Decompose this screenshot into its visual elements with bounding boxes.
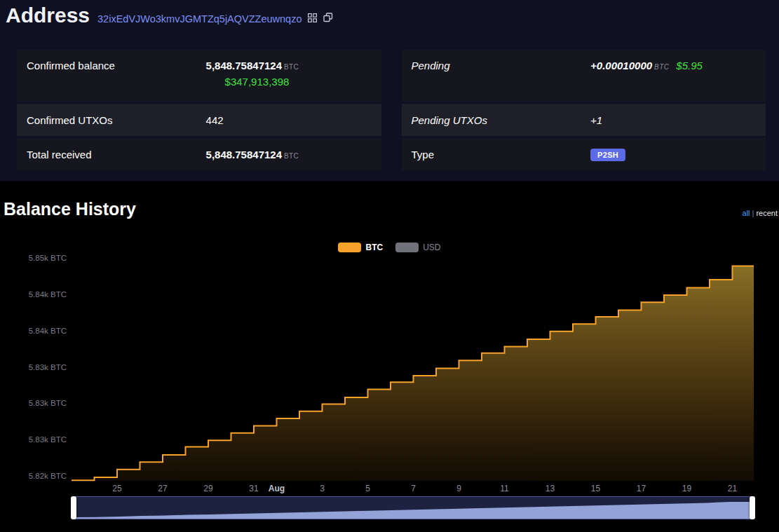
y-tick-label: 5.83k BTC — [29, 435, 67, 444]
stat-value: +1 — [590, 114, 756, 126]
stat-row-confirmed-utxos: Confirmed UTXOs 442 — [17, 104, 381, 136]
range-all-link[interactable]: all — [743, 209, 750, 217]
stats-left-column: Confirmed balance 5,848.75847124BTC $347… — [17, 50, 381, 170]
stat-label: Pending UTXOs — [412, 114, 591, 126]
utxo-count: 442 — [206, 114, 224, 126]
stat-value: 442 — [206, 114, 372, 126]
section-title: Balance History — [4, 199, 136, 219]
range-separator: | — [752, 209, 754, 217]
x-tick-label: 3 — [320, 484, 325, 493]
btc-amount: 5,848.75847124 — [206, 60, 282, 71]
btc-unit: BTC — [654, 63, 669, 71]
address-explorer-page: Address 32ixEdVJWo3kmvJGMTZq5jAQVZZeuwnq… — [0, 0, 779, 532]
stat-label: Type — [412, 149, 591, 161]
y-tick-label: 5.83k BTC — [29, 363, 67, 371]
stat-label: Total received — [27, 149, 206, 161]
range-recent-link[interactable]: recent — [756, 209, 778, 217]
fiat-value: $5.95 — [676, 60, 703, 71]
x-tick-label: 29 — [203, 484, 213, 493]
balance-history-section: Balance History all|recent BTC USD 5.82k… — [0, 181, 779, 532]
stat-row-total-received: Total received 5,848.75847124BTC — [17, 138, 381, 170]
btc-amount: 5,848.75847124 — [206, 149, 282, 161]
address-type-badge[interactable]: P2SH — [590, 149, 625, 161]
x-tick-label: 5 — [365, 484, 370, 493]
chart-range-slider[interactable] — [73, 496, 753, 519]
y-tick-label: 5.83k BTC — [29, 399, 67, 407]
qr-grid-icon[interactable] — [308, 13, 317, 25]
x-tick-label: Aug — [269, 484, 285, 493]
page-header: Address 32ixEdVJWo3kmvJGMTZq5jAQVZZeuwnq… — [0, 0, 779, 31]
y-tick-label: 5.85k BTC — [29, 254, 67, 262]
stat-row-confirmed-balance: Confirmed balance 5,848.75847124BTC $347… — [17, 50, 381, 102]
x-tick-label: 17 — [637, 484, 646, 493]
x-tick-label: 13 — [546, 484, 555, 493]
stat-row-type: Type P2SH — [402, 138, 766, 170]
stat-label: Confirmed balance — [27, 60, 206, 71]
y-tick-label: 5.84k BTC — [29, 290, 67, 299]
fiat-value: $347,913,398 — [225, 76, 372, 88]
slider-data-shadow — [74, 497, 752, 519]
address-link[interactable]: 32ixEdVJWo3kmvJGMTZq5jAQVZZeuwnqzo — [97, 13, 302, 25]
stat-label: Confirmed UTXOs — [27, 114, 206, 126]
stat-value: 5,848.75847124BTC — [206, 149, 372, 161]
utxo-count: +1 — [590, 114, 602, 126]
address-stats: Confirmed balance 5,848.75847124BTC $347… — [17, 50, 766, 170]
x-tick-label: 27 — [158, 484, 168, 493]
slider-left-handle[interactable] — [71, 496, 76, 519]
x-tick-label: 11 — [500, 484, 509, 493]
slider-right-handle[interactable] — [750, 496, 755, 519]
stat-row-pending-utxos: Pending UTXOs +1 — [402, 104, 766, 136]
btc-unit: BTC — [284, 152, 299, 160]
slider-selected-region — [74, 497, 752, 519]
x-tick-label: 19 — [682, 484, 692, 493]
stat-label: Pending — [412, 60, 591, 71]
page-title: Address — [6, 4, 90, 27]
btc-area-fill — [72, 266, 754, 481]
x-tick-label: 9 — [456, 484, 461, 493]
section-header: Balance History all|recent — [4, 199, 778, 219]
range-links: all|recent — [743, 209, 778, 219]
balance-history-chart[interactable]: 5.82k BTC5.83k BTC5.83k BTC5.83k BTC5.84… — [0, 231, 779, 498]
y-tick-label: 5.84k BTC — [29, 327, 67, 335]
stat-value: P2SH — [590, 148, 756, 161]
x-tick-label: 7 — [411, 484, 416, 493]
stats-right-column: Pending +0.00010000BTC$5.95 Pending UTXO… — [402, 50, 766, 170]
x-tick-label: 21 — [728, 484, 738, 493]
btc-amount: +0.00010000 — [590, 60, 652, 71]
x-tick-label: 31 — [249, 484, 259, 493]
copy-icon[interactable] — [323, 13, 333, 25]
address-summary: Address 32ixEdVJWo3kmvJGMTZq5jAQVZZeuwnq… — [0, 0, 779, 181]
stat-value: 5,848.75847124BTC $347,913,398 — [206, 60, 372, 88]
x-tick-label: 15 — [591, 484, 601, 493]
y-tick-label: 5.82k BTC — [29, 472, 67, 480]
stat-row-pending: Pending +0.00010000BTC$5.95 — [402, 50, 766, 102]
stat-value: +0.00010000BTC$5.95 — [590, 60, 756, 71]
x-tick-label: 25 — [112, 484, 122, 493]
btc-unit: BTC — [284, 63, 299, 71]
